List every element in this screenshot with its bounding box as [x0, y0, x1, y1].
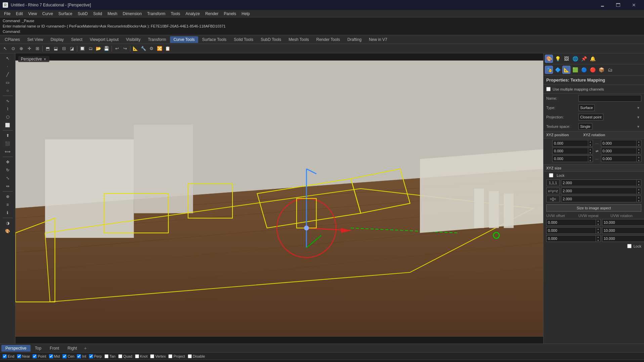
- toolbar-icon14[interactable]: ↩: [113, 45, 121, 52]
- xyz-pos-z-up[interactable]: ▲: [588, 155, 593, 159]
- projection-select[interactable]: Closest point: [578, 114, 603, 120]
- size-input-3[interactable]: [561, 196, 636, 202]
- toolbar-tab-mesh-tools[interactable]: Mesh Tools: [285, 36, 312, 43]
- xyz-pos-x-down[interactable]: ▼: [588, 143, 593, 147]
- xyz-rot-z-down[interactable]: ▼: [637, 159, 641, 162]
- size-down-2[interactable]: ▼: [637, 191, 641, 194]
- xyz-pos-y-down[interactable]: ▼: [588, 151, 593, 154]
- osnap-tan-checkbox[interactable]: [104, 354, 109, 358]
- tab-front[interactable]: Front: [46, 345, 63, 352]
- left-icon-props[interactable]: ℹ: [2, 209, 14, 216]
- panel-icon-color[interactable]: 🎭: [545, 66, 553, 74]
- xyz-rot-z-up[interactable]: ▲: [637, 155, 641, 159]
- left-icon-mirror[interactable]: ⇔: [2, 183, 14, 190]
- left-icon-rect[interactable]: ▭: [2, 79, 14, 86]
- menubar-item-subd[interactable]: SubD: [75, 11, 90, 17]
- toolbar-icon19[interactable]: 🔀: [156, 45, 163, 52]
- uvw-off1-up[interactable]: ▲: [596, 219, 600, 222]
- osnap-quad-checkbox[interactable]: [118, 354, 122, 358]
- toolbar-icon15[interactable]: ↪: [121, 45, 129, 52]
- menubar-item-surface[interactable]: Surface: [56, 11, 75, 17]
- size-label-3[interactable]: >[]<: [546, 196, 560, 202]
- toolbar-tab-display[interactable]: Display: [47, 36, 67, 43]
- left-icon-extrude[interactable]: ⬆: [2, 132, 14, 139]
- toolbar-tab-subd-tools[interactable]: SubD Tools: [257, 36, 285, 43]
- toolbar-tab-solid-tools[interactable]: Solid Tools: [230, 36, 257, 43]
- osnap-project-checkbox[interactable]: [168, 354, 172, 358]
- menubar-item-tools[interactable]: Tools: [168, 11, 183, 17]
- toolbar-tab-visibility[interactable]: Visibility: [123, 36, 144, 43]
- left-icon-shade[interactable]: ◑: [2, 219, 14, 227]
- left-icon-curve[interactable]: ∿: [2, 97, 14, 105]
- viewport-container[interactable]: Perspective ▼: [15, 53, 543, 344]
- left-icon-spline[interactable]: ⌇: [2, 105, 14, 113]
- maximize-button[interactable]: 🗖: [610, 0, 626, 10]
- uvw-lock-checkbox[interactable]: [627, 244, 632, 248]
- close-button[interactable]: ✕: [626, 0, 641, 10]
- toolbar-icon13[interactable]: 💾: [103, 45, 110, 52]
- tab-perspective[interactable]: Perspective: [1, 345, 31, 352]
- osnap-cen-checkbox[interactable]: [62, 354, 67, 358]
- toolbar-icon2[interactable]: ⊙: [9, 45, 17, 52]
- toolbar-icon20[interactable]: 📋: [164, 45, 171, 52]
- uvw-off3-up[interactable]: ▲: [596, 235, 600, 239]
- left-icon-move[interactable]: ✥: [2, 158, 14, 166]
- viewport-label[interactable]: Perspective ▼: [18, 56, 49, 62]
- size-label-2[interactable]: x=y=z: [546, 188, 560, 194]
- left-icon-layer[interactable]: ≡: [2, 201, 14, 208]
- xyz-rot-x-input[interactable]: [601, 141, 637, 146]
- xyz-rot-x-up[interactable]: ▲: [637, 140, 641, 143]
- left-icon-circle[interactable]: ○: [2, 87, 14, 94]
- uvw-repeat-2[interactable]: [602, 228, 644, 233]
- xyz-pos-x-input[interactable]: [553, 141, 588, 146]
- toolbar-icon6[interactable]: ⬒: [44, 45, 51, 52]
- texture-space-select[interactable]: Single: [578, 123, 592, 130]
- panel-icon-light[interactable]: 💡: [554, 55, 562, 63]
- uvw-off3-down[interactable]: ▼: [596, 239, 600, 242]
- toolbar-tab-new-in-v7[interactable]: New in V7: [366, 36, 391, 43]
- uvw-offset-2[interactable]: [547, 228, 596, 233]
- left-icon-rotate[interactable]: ↻: [2, 166, 14, 174]
- tab-add-button[interactable]: +: [81, 345, 89, 352]
- use-multiple-checkbox[interactable]: [546, 87, 551, 91]
- size-input-2[interactable]: [561, 188, 636, 194]
- menubar-item-render[interactable]: Render: [203, 11, 221, 17]
- osnap-near-checkbox[interactable]: [17, 354, 21, 358]
- size-lock-checkbox[interactable]: [549, 173, 553, 177]
- toolbar-icon11[interactable]: 🗂: [87, 45, 94, 52]
- xyz-rot-y-down[interactable]: ▼: [637, 151, 641, 154]
- left-icon-line[interactable]: ╱: [2, 71, 14, 78]
- xyz-pos-z-down[interactable]: ▼: [588, 159, 593, 162]
- osnap-vertex-checkbox[interactable]: [150, 354, 154, 358]
- xyz-rot-z-input[interactable]: [601, 156, 637, 161]
- toolbar-tab-transform[interactable]: Transform: [144, 36, 169, 43]
- toolbar-tab-set-view[interactable]: Set View: [24, 36, 46, 43]
- minimize-button[interactable]: 🗕: [595, 0, 610, 10]
- xyz-pos-z-input[interactable]: [553, 156, 588, 161]
- osnap-knot-checkbox[interactable]: [135, 354, 139, 358]
- type-select[interactable]: Surface: [578, 104, 595, 111]
- name-input[interactable]: [578, 95, 641, 102]
- uvw-off2-up[interactable]: ▲: [596, 227, 600, 230]
- panel-icon-env[interactable]: 🌐: [571, 55, 579, 63]
- menubar-item-dimension[interactable]: Dimension: [120, 11, 144, 17]
- toolbar-icon17[interactable]: 🔧: [140, 45, 147, 52]
- tab-right[interactable]: Right: [63, 345, 81, 352]
- osnap-mid-checkbox[interactable]: [49, 354, 53, 358]
- panel-icon-box[interactable]: 📦: [597, 66, 605, 74]
- size-label-1[interactable]: 1,1,1: [546, 179, 560, 186]
- size-up-1[interactable]: ▲: [637, 179, 641, 183]
- 3d-scene[interactable]: [15, 53, 543, 344]
- toolbar-tab-cplanes[interactable]: CPlanes: [1, 36, 23, 43]
- panel-icon-bell[interactable]: 🔔: [589, 55, 597, 63]
- menubar-item-transform[interactable]: Transform: [144, 11, 168, 17]
- toolbar-icon7[interactable]: ⬓: [52, 45, 59, 52]
- menubar-item-panels[interactable]: Panels: [221, 11, 239, 17]
- left-icon-scale[interactable]: ⤡: [2, 174, 14, 182]
- panel-icon-blue2[interactable]: 🔵: [580, 66, 588, 74]
- panel-icon-texture[interactable]: 🖼: [562, 55, 570, 63]
- menubar-item-edit[interactable]: Edit: [13, 11, 26, 17]
- left-icon-poly[interactable]: ⬡: [2, 113, 14, 121]
- uvw-offset-1[interactable]: [547, 220, 596, 225]
- toolbar-select-icon[interactable]: ↖: [1, 45, 9, 52]
